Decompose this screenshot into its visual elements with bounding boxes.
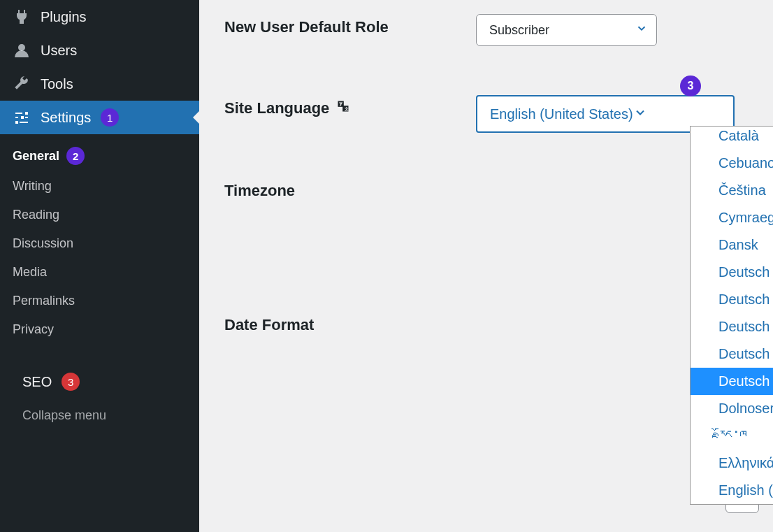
step-badge-1: 1 [101,108,119,127]
admin-sidebar: Plugins Users Tools Settings 1 [0,0,199,532]
plug-icon [13,8,31,26]
settings-general-pane: New User Default Role Subscriber Site La… [199,0,773,532]
select-value: Subscriber [489,23,549,38]
row-timezone: Timezone [224,178,748,200]
language-option[interactable]: Deutsch (Schweiz) [691,340,773,368]
language-option[interactable]: Deutsch [691,313,773,340]
svg-point-0 [18,44,25,51]
sidebar-item-label: SEO [22,374,52,390]
language-dropdown: CatalàCebuanoČeštinaCymraegDanskDeutsch … [690,126,773,505]
submenu-label: Permalinks [13,294,75,308]
sliders-icon [13,108,31,127]
row-new-user-role: New User Default Role Subscriber [224,14,748,46]
language-option[interactable]: Dolnoserbšćina [691,395,773,422]
label-new-user-role: New User Default Role [224,14,476,36]
language-option[interactable]: Čeština [691,177,773,204]
language-option[interactable]: Cymraeg [691,204,773,231]
submenu-label: Writing [13,179,52,194]
submenu-label: General [13,149,59,164]
chevron-down-icon [635,22,648,38]
language-option[interactable]: Deutsch (Österreich) [691,368,773,395]
step-badge-3: 3 [680,76,701,96]
submenu-item-discussion[interactable]: Discussion [0,229,199,258]
wrench-icon [13,75,31,93]
submenu-item-privacy[interactable]: Privacy [0,315,199,344]
sidebar-item-users[interactable]: Users [0,34,199,67]
row-site-language: Site Language 文 English (United States) [224,95,748,133]
seo-count-badge: 3 [62,373,80,391]
submenu-item-reading[interactable]: Reading [0,201,199,229]
chevron-down-icon [633,106,647,123]
language-option[interactable]: English (UK) [691,477,773,504]
collapse-menu[interactable]: Collapse menu [0,398,199,432]
row-date-format: Date Format [224,312,748,334]
sidebar-item-tools[interactable]: Tools [0,67,199,101]
language-option[interactable]: རྫོང་ཁ [691,422,773,450]
submenu-item-media[interactable]: Media [0,258,199,287]
language-option[interactable]: Ελληνικά [691,450,773,477]
submenu-label: Privacy [13,322,54,337]
language-option[interactable]: Català [691,127,773,150]
language-option[interactable]: Deutsch (Sie) [691,286,773,313]
submenu-label: Reading [13,208,59,222]
submenu-item-writing[interactable]: Writing [0,172,199,201]
submenu-item-general[interactable]: General2 [0,140,199,172]
sidebar-item-plugins[interactable]: Plugins [0,0,199,34]
sidebar-item-label: Tools [41,76,73,92]
sidebar-item-label: Users [41,43,77,59]
svg-text:文: 文 [344,106,349,111]
sidebar-item-seo[interactable]: SEO 3 [0,365,199,398]
select-new-user-role[interactable]: Subscriber [476,14,657,46]
language-option[interactable]: Deutsch (Schweiz, Du) [691,259,773,286]
sidebar-item-label: Plugins [41,9,87,25]
submenu-label: Media [13,265,47,280]
step-badge-2: 2 [66,147,85,165]
submenu-item-permalinks[interactable]: Permalinks [0,287,199,315]
collapse-label: Collapse menu [22,408,106,423]
sidebar-item-label: Settings [41,110,91,126]
sidebar-item-settings[interactable]: Settings 1 [0,101,199,134]
translate-icon: 文 [336,99,350,117]
label-site-language: Site Language 文 [224,95,476,117]
label-date-format: Date Format [224,312,476,334]
user-icon [13,41,31,59]
language-option-list[interactable]: CatalàCebuanoČeštinaCymraegDanskDeutsch … [691,127,773,504]
language-option[interactable]: Dansk [691,231,773,259]
select-value: English (United States) [490,106,633,122]
language-option[interactable]: Cebuano [691,150,773,177]
submenu-label: Discussion [13,236,73,251]
label-timezone: Timezone [224,178,476,200]
